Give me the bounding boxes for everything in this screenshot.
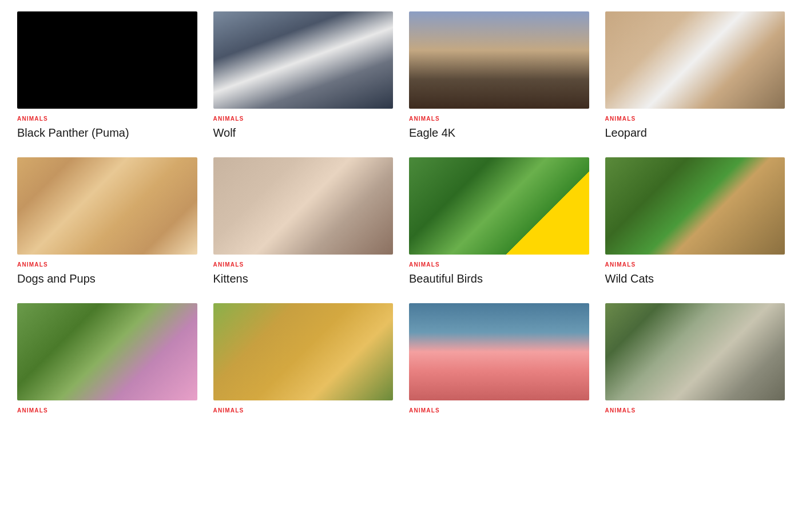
card-hummingbird[interactable]: ANIMALS [17, 303, 197, 417]
card-category-wild-cats: ANIMALS [605, 261, 785, 268]
card-title-kittens: Kittens [213, 271, 394, 286]
card-image-shiba [213, 303, 394, 400]
card-leopard[interactable]: ANIMALSLeopard [605, 11, 785, 140]
card-image-eagle [409, 11, 589, 109]
card-title-beautiful-birds: Beautiful Birds [409, 271, 589, 286]
card-image-beautiful-birds [409, 157, 589, 255]
card-category-beautiful-birds: ANIMALS [409, 261, 589, 268]
card-image-kittens [213, 157, 394, 255]
card-category-hummingbird: ANIMALS [17, 407, 197, 414]
card-dogs-and-pups[interactable]: ANIMALSDogs and Pups [17, 157, 197, 286]
card-eagle[interactable]: ANIMALSEagle 4K [409, 11, 589, 140]
card-image-flamingo [409, 303, 589, 400]
card-image-dogs-and-pups [17, 157, 197, 255]
card-title-eagle: Eagle 4K [409, 125, 589, 140]
card-category-shiba: ANIMALS [213, 407, 394, 414]
card-image-hummingbird [17, 303, 197, 400]
card-title-wolf: Wolf [213, 125, 394, 140]
card-category-gray-wolf: ANIMALS [605, 407, 785, 414]
card-category-eagle: ANIMALS [409, 116, 589, 122]
card-shiba[interactable]: ANIMALS [213, 303, 394, 417]
card-image-leopard [605, 11, 785, 109]
card-image-wild-cats [605, 157, 785, 255]
card-category-dogs-and-pups: ANIMALS [17, 261, 197, 268]
card-title-black-panther: Black Panther (Puma) [17, 125, 197, 140]
card-category-black-panther: ANIMALS [17, 116, 197, 122]
card-image-wolf [213, 11, 394, 109]
cards-grid: ANIMALSBlack Panther (Puma)ANIMALSWolfAN… [17, 11, 785, 417]
card-wild-cats[interactable]: ANIMALSWild Cats [605, 157, 785, 286]
card-image-black-panther [17, 11, 197, 109]
card-title-leopard: Leopard [605, 125, 785, 140]
card-title-dogs-and-pups: Dogs and Pups [17, 271, 197, 286]
card-image-gray-wolf [605, 303, 785, 400]
card-category-kittens: ANIMALS [213, 261, 394, 268]
card-flamingo[interactable]: ANIMALS [409, 303, 589, 417]
card-category-flamingo: ANIMALS [409, 407, 589, 414]
card-kittens[interactable]: ANIMALSKittens [213, 157, 394, 286]
card-category-wolf: ANIMALS [213, 116, 394, 122]
card-wolf[interactable]: ANIMALSWolf [213, 11, 394, 140]
card-title-wild-cats: Wild Cats [605, 271, 785, 286]
card-category-leopard: ANIMALS [605, 116, 785, 122]
card-gray-wolf[interactable]: ANIMALS [605, 303, 785, 417]
card-black-panther[interactable]: ANIMALSBlack Panther (Puma) [17, 11, 197, 140]
card-beautiful-birds[interactable]: ANIMALSBeautiful Birds [409, 157, 589, 286]
